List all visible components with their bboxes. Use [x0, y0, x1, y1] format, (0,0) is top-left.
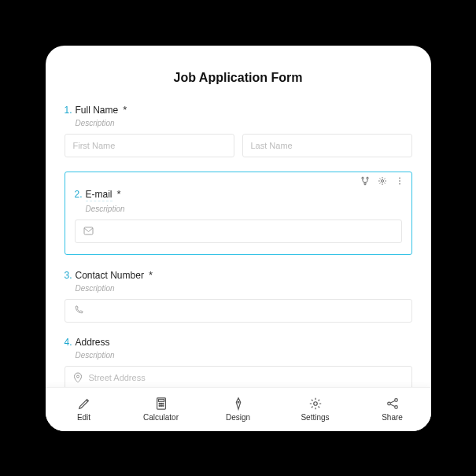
svg-point-8: [399, 180, 400, 182]
nav-edit[interactable]: Edit: [57, 397, 112, 422]
first-name-placeholder: First Name: [73, 141, 116, 150]
svg-point-19: [162, 405, 163, 406]
phone-icon: [73, 305, 83, 315]
question-header: 1. Full Name *: [65, 104, 412, 116]
svg-point-9: [399, 183, 400, 185]
question-number: 2.: [75, 189, 83, 200]
nav-label: Settings: [301, 413, 329, 422]
question-number: 1.: [65, 105, 72, 116]
envelope-icon: [83, 227, 94, 235]
first-name-field[interactable]: First Name: [65, 134, 234, 157]
nav-share[interactable]: Share: [365, 397, 420, 422]
question-description: Description: [76, 284, 412, 293]
svg-point-17: [159, 405, 160, 406]
street-placeholder: Street Address: [89, 373, 146, 382]
question-email-selected[interactable]: 2. E-mail * Description: [65, 172, 412, 255]
question-description: Description: [76, 119, 412, 127]
nav-label: Calculator: [143, 413, 179, 422]
question-label: Address: [76, 337, 110, 348]
question-number: 3.: [65, 270, 72, 281]
svg-point-24: [394, 406, 397, 409]
form-builder-card: Job Application Form 1. Full Name * Desc…: [46, 46, 431, 431]
required-asterisk: *: [117, 188, 121, 200]
question-label[interactable]: E-mail: [86, 189, 113, 201]
bottom-nav: Edit Calculator Design Settings Share: [46, 387, 431, 431]
svg-point-3: [361, 177, 363, 179]
calculator-icon: [154, 397, 168, 411]
required-asterisk: *: [149, 269, 153, 281]
svg-point-23: [394, 399, 397, 402]
svg-point-22: [387, 402, 390, 405]
share-icon: [386, 397, 400, 411]
svg-point-4: [366, 177, 367, 179]
nav-design[interactable]: Design: [211, 397, 266, 422]
question-description: Description: [76, 351, 412, 360]
question-description[interactable]: Description: [86, 205, 402, 213]
svg-point-15: [161, 403, 161, 404]
branch-icon[interactable]: [360, 175, 371, 186]
location-icon: [73, 372, 83, 383]
last-name-placeholder: Last Name: [251, 141, 293, 150]
question-full-name[interactable]: 1. Full Name * Description First Name La…: [65, 104, 412, 157]
svg-point-14: [159, 403, 160, 404]
edit-icon: [77, 397, 91, 411]
question-header: 4. Address: [65, 337, 412, 348]
question-header: 2. E-mail *: [75, 188, 402, 201]
last-name-field[interactable]: Last Name: [242, 134, 412, 157]
svg-point-6: [381, 179, 383, 182]
svg-point-21: [313, 402, 317, 406]
svg-rect-13: [158, 400, 164, 402]
svg-point-11: [76, 375, 79, 378]
nav-label: Design: [226, 413, 250, 422]
nav-settings[interactable]: Settings: [288, 397, 343, 422]
nav-calculator[interactable]: Calculator: [134, 397, 189, 422]
form-canvas: Job Application Form 1. Full Name * Desc…: [46, 46, 431, 387]
question-toolbar: [360, 175, 405, 186]
question-number: 4.: [65, 337, 72, 348]
question-label: Contact Number: [76, 270, 144, 281]
svg-rect-10: [84, 227, 93, 234]
svg-point-16: [162, 403, 163, 404]
required-asterisk: *: [123, 104, 127, 116]
email-field[interactable]: [75, 220, 402, 243]
svg-point-18: [161, 405, 161, 406]
svg-point-5: [363, 183, 365, 184]
nav-label: Edit: [77, 413, 90, 422]
kebab-icon[interactable]: [394, 175, 405, 186]
gear-icon: [308, 397, 323, 411]
question-label: Full Name: [76, 105, 119, 116]
question-address[interactable]: 4. Address Description Street Address Ci…: [65, 337, 412, 387]
settings-icon[interactable]: [377, 175, 388, 186]
street-address-field[interactable]: Street Address: [65, 366, 412, 387]
design-icon: [231, 397, 245, 411]
svg-point-20: [238, 401, 239, 403]
question-contact-number[interactable]: 3. Contact Number * Description: [65, 269, 412, 323]
form-title: Job Application Form: [65, 71, 412, 85]
nav-label: Share: [382, 413, 403, 422]
svg-point-7: [399, 177, 400, 179]
contact-field[interactable]: [65, 299, 412, 323]
question-header: 3. Contact Number *: [65, 269, 412, 281]
